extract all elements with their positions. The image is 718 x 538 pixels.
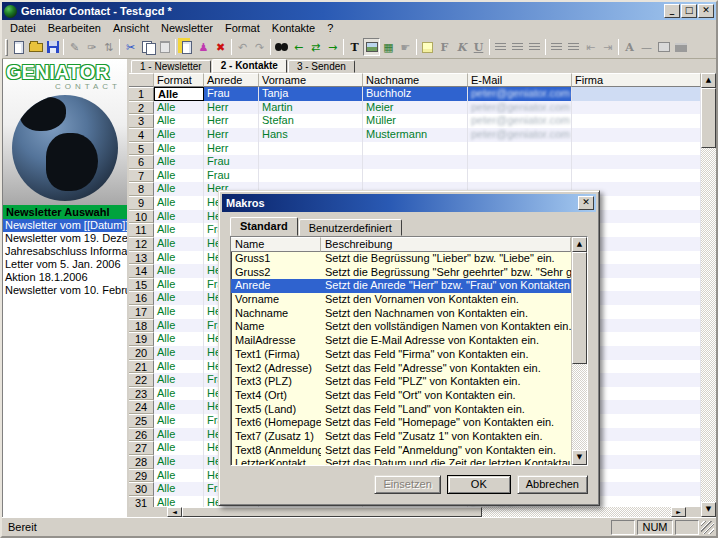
- tab-2-kontakte[interactable]: 2 - Kontakte: [212, 59, 287, 73]
- cut-button[interactable]: ✂: [122, 38, 139, 56]
- underline-button[interactable]: U: [470, 38, 487, 56]
- macro-row[interactable]: MailAdresseSetzt die E-Mail Adresse von …: [231, 334, 571, 348]
- row-number[interactable]: 6: [129, 155, 154, 169]
- cell-nachname[interactable]: [363, 142, 468, 156]
- align-right-button[interactable]: [526, 38, 543, 56]
- cell-format[interactable]: Alle: [154, 196, 204, 210]
- undo-button[interactable]: ↶: [234, 38, 251, 56]
- macro-row[interactable]: Gruss2Setzt die Begrüssung "Sehr geehrte…: [231, 266, 571, 280]
- macro-row[interactable]: Text3 (PLZ)Setzt das Feld "PLZ" von Kont…: [231, 375, 571, 389]
- cell-email[interactable]: peter@geniator.com: [468, 87, 572, 101]
- close-icon[interactable]: ✕: [698, 4, 714, 18]
- cell-nachname[interactable]: Mustermann: [363, 128, 468, 142]
- goto-contact-button[interactable]: ⇄: [307, 38, 324, 56]
- vertical-scroll-track[interactable]: [701, 148, 716, 502]
- cell-anrede[interactable]: Frau: [204, 87, 259, 101]
- dialog-tab-benutzerdefiniert[interactable]: Benutzerdefiniert: [299, 219, 402, 236]
- row-number[interactable]: 2: [129, 101, 154, 115]
- column-header-firma[interactable]: Firma: [572, 73, 701, 87]
- row-number[interactable]: 17: [129, 305, 154, 319]
- cell-format[interactable]: Alle: [154, 114, 204, 128]
- macro-row[interactable]: Gruss1Setzt die Begrüssung "Lieber" bzw.…: [231, 252, 571, 266]
- menu-item-help[interactable]: ?: [321, 21, 339, 35]
- row-number[interactable]: 26: [129, 428, 154, 442]
- dialog-title-bar[interactable]: Makros ✕: [222, 194, 596, 212]
- toolbar-drag-handle[interactable]: [5, 39, 8, 56]
- cell-format[interactable]: Alle: [154, 319, 204, 333]
- delete-button[interactable]: ✖: [212, 38, 229, 56]
- cell-firma[interactable]: [572, 155, 701, 169]
- row-number[interactable]: 30: [129, 482, 154, 496]
- newsletter-item[interactable]: Newsletter vom 19. Dezember 2005: [3, 232, 127, 245]
- vertical-scroll-thumb[interactable]: [701, 88, 716, 148]
- scroll-right-icon[interactable]: ►: [671, 507, 686, 517]
- menu-item-newsletter[interactable]: Newsletter: [155, 21, 219, 35]
- row-number[interactable]: 25: [129, 414, 154, 428]
- cell-firma[interactable]: [572, 128, 701, 142]
- macro-row[interactable]: Text5 (Land)Setzt das Feld "Land" von Ko…: [231, 403, 571, 417]
- cell-format[interactable]: Alle: [154, 441, 204, 455]
- sort-button[interactable]: ⇅: [100, 38, 117, 56]
- cell-vorname[interactable]: [259, 169, 363, 183]
- column-header-nachname[interactable]: Nachname: [363, 73, 468, 87]
- cell-format[interactable]: Alle: [154, 128, 204, 142]
- row-number[interactable]: 15: [129, 278, 154, 292]
- macro-row[interactable]: Text8 (Anmeldung)Setzt das Feld "Anmeldu…: [231, 444, 571, 458]
- horizontal-scroll-track[interactable]: [482, 507, 671, 517]
- dialog-scroll-thumb[interactable]: [572, 252, 587, 364]
- cell-nachname[interactable]: Müller: [363, 114, 468, 128]
- cell-email[interactable]: peter@geniator.com: [468, 128, 572, 142]
- cell-format[interactable]: Alle: [154, 496, 204, 507]
- cell-vorname[interactable]: Hans: [259, 128, 363, 142]
- title-bar[interactable]: Geniator Contact - Test.gcd * _ □ ✕: [2, 2, 716, 20]
- column-header-e-mail[interactable]: E-Mail: [468, 73, 572, 87]
- cell-email[interactable]: peter@geniator.com: [468, 114, 572, 128]
- paste-button[interactable]: [156, 38, 173, 56]
- font-color-button[interactable]: A: [621, 38, 638, 56]
- menu-item-datei[interactable]: Datei: [4, 21, 42, 35]
- row-number[interactable]: 19: [129, 332, 154, 346]
- save-file-button[interactable]: [44, 38, 61, 56]
- scroll-down-icon[interactable]: ▼: [701, 502, 716, 517]
- cell-email[interactable]: [468, 169, 572, 183]
- cell-format[interactable]: Alle: [154, 251, 204, 265]
- pin-button[interactable]: ✑: [83, 38, 100, 56]
- cell-email[interactable]: [468, 142, 572, 156]
- cell-format[interactable]: Alle: [154, 346, 204, 360]
- newsletter-item[interactable]: Jahresabschluss Information 2005: [3, 245, 127, 258]
- row-number[interactable]: 8: [129, 182, 154, 196]
- vertical-scrollbar[interactable]: ▲ ▼: [701, 73, 716, 517]
- row-number[interactable]: 10: [129, 210, 154, 224]
- horizontal-rule-button[interactable]: —: [638, 38, 655, 56]
- column-header-vorname[interactable]: Vorname: [259, 73, 363, 87]
- contact-person-button[interactable]: ♟: [195, 38, 212, 56]
- bullet-list-button[interactable]: [565, 38, 582, 56]
- menu-item-bearbeiten[interactable]: Bearbeiten: [42, 21, 107, 35]
- italic-button[interactable]: K: [453, 38, 470, 56]
- align-center-button[interactable]: [509, 38, 526, 56]
- cell-anrede[interactable]: Herr: [204, 101, 259, 115]
- row-number[interactable]: 24: [129, 400, 154, 414]
- cell-format[interactable]: Alle: [154, 373, 204, 387]
- maximize-icon[interactable]: □: [681, 4, 697, 18]
- cell-format[interactable]: Alle: [154, 142, 204, 156]
- sign-button[interactable]: ✎: [66, 38, 83, 56]
- cell-format[interactable]: Alle: [154, 155, 204, 169]
- align-left-button[interactable]: [492, 38, 509, 56]
- row-number[interactable]: 16: [129, 291, 154, 305]
- resize-grip[interactable]: [701, 521, 714, 534]
- cell-format[interactable]: Alle: [154, 101, 204, 115]
- row-number[interactable]: 13: [129, 251, 154, 265]
- bold-button[interactable]: F: [436, 38, 453, 56]
- tab-1-newsletter[interactable]: 1 - Newsletter: [131, 60, 211, 73]
- text-mode-button[interactable]: T: [346, 38, 363, 56]
- dialog-scroll-up-icon[interactable]: ▲: [572, 237, 587, 252]
- cell-format[interactable]: Alle: [154, 400, 204, 414]
- cell-format[interactable]: Alle: [154, 305, 204, 319]
- hand-button[interactable]: ☛: [397, 38, 414, 56]
- macro-row[interactable]: Text6 (Homepage)Setzt das Feld "Homepage…: [231, 416, 571, 430]
- row-number[interactable]: 23: [129, 387, 154, 401]
- newsletter-item[interactable]: Newsletter vom [[Datum]]: [3, 219, 127, 232]
- horizontal-scrollbar[interactable]: ◄ ►: [129, 507, 701, 517]
- scroll-left-icon[interactable]: ◄: [167, 507, 182, 517]
